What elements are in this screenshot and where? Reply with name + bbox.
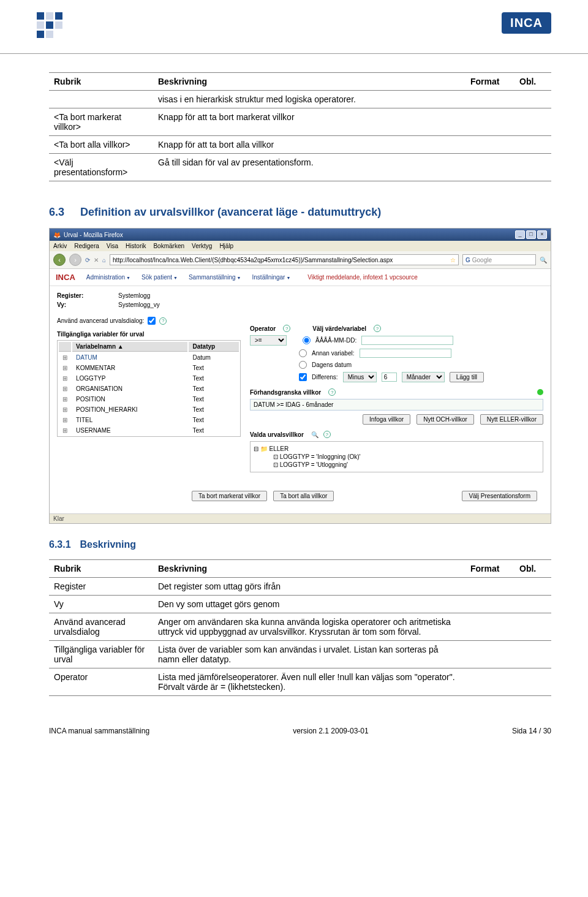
home-icon[interactable]: ⌂	[102, 257, 106, 263]
ta-bort-alla-button[interactable]: Ta bort alla villkor	[273, 491, 334, 501]
table-row[interactable]: ⊞POSITIONText	[59, 395, 239, 404]
row-rubrik: Tillgängliga variabler för urval	[49, 641, 153, 668]
variable-input[interactable]	[360, 349, 451, 358]
menu-visa[interactable]: Visa	[107, 243, 118, 249]
notice-text: Viktigt meddelande, infotext 1 vpcsource	[307, 274, 417, 281]
help-icon[interactable]: ?	[374, 325, 381, 332]
vy-label: Vy:	[57, 301, 112, 308]
opt-var-label: Annan variabel:	[312, 350, 355, 357]
back-button[interactable]: ‹	[53, 254, 66, 266]
menu-verktyg[interactable]: Verktyg	[192, 243, 212, 249]
diff-unit-select[interactable]: Månader	[402, 372, 445, 382]
header-decoration	[37, 12, 72, 47]
maximize-button[interactable]: □	[526, 230, 536, 239]
differens-checkbox[interactable]	[299, 373, 307, 381]
vy-value: Systemlogg_vy	[118, 301, 160, 308]
inca-app-logo: INCA	[56, 273, 75, 282]
footer-center: version 2.1 2009-03-01	[293, 727, 368, 735]
row-besk: Den vy som uttaget görs genom	[153, 596, 466, 613]
nytt-och-villkor-button[interactable]: Nytt OCH-villkor	[417, 414, 474, 425]
table-row[interactable]: ⊞USERNAMEText	[59, 426, 239, 435]
th-format: Format	[466, 73, 514, 91]
infoga-villkor-button[interactable]: Infoga villkor	[363, 414, 410, 425]
table-row[interactable]: ⊞ORGANISATIONText	[59, 384, 239, 393]
th-rubrik: Rubrik	[49, 560, 153, 578]
statusbar: Klar	[50, 513, 551, 523]
row-rubrik: Använd avancerad urvalsdialog	[49, 613, 153, 641]
table-6-3-1-description: Rubrik Beskrivning Format Obl. Register …	[49, 559, 551, 696]
menu-bokmarken[interactable]: Bokmärken	[153, 243, 184, 249]
forward-button[interactable]: ›	[69, 254, 81, 266]
inca-logo: INCA	[502, 12, 551, 34]
preview-title: Förhandsgranska villkor	[250, 389, 321, 396]
table-row[interactable]: ⊞DATUMDatum	[59, 353, 239, 362]
table-6-2-description: Rubrik Beskrivning Format Obl. visas i e…	[49, 72, 551, 181]
browser-navbar: ‹ › ⟳ ✕ ⌂ http://localhost/Inca/Inca.Web…	[50, 251, 551, 269]
diff-sign-select[interactable]: Minus	[343, 372, 377, 382]
firefox-icon: 🦊	[53, 232, 61, 238]
th-varname[interactable]: Variabelnamn ▲	[72, 342, 187, 352]
opt-today-label: Dagens datum	[312, 361, 352, 368]
th-format: Format	[466, 560, 514, 578]
table-row[interactable]: ⊞KOMMENTARText	[59, 363, 239, 373]
menu-historik[interactable]: Historik	[126, 243, 146, 249]
menu-sok-patient[interactable]: Sök patient	[141, 274, 178, 281]
help-icon[interactable]: ?	[328, 388, 336, 396]
register-value: Systemlogg	[118, 292, 150, 299]
register-label: Register:	[57, 292, 112, 299]
search-icon[interactable]: 🔍	[540, 257, 547, 263]
row-besk: Det register som uttag görs ifrån	[153, 578, 466, 596]
row-rubrik: <Välj presentationsform>	[49, 154, 153, 181]
radio-date[interactable]	[303, 336, 311, 344]
lagg-till-button[interactable]: Lägg till	[450, 372, 484, 382]
section-6-3: 6.3 Definition av urvalsvillkor (avancer…	[49, 206, 551, 219]
tree-root[interactable]: ⊟ 📁 ELLER	[254, 445, 540, 453]
folder-icon: 📁	[260, 445, 268, 452]
ta-bort-markerat-button[interactable]: Ta bort markerat villkor	[192, 491, 267, 501]
operator-select[interactable]: >=	[250, 335, 287, 346]
stop-icon[interactable]: ✕	[94, 257, 99, 263]
search-icon[interactable]: 🔍	[311, 431, 318, 438]
menu-administration[interactable]: Administration	[86, 274, 130, 281]
menu-arkiv[interactable]: Arkiv	[53, 243, 67, 249]
diff-n-input[interactable]	[382, 373, 397, 382]
table-row[interactable]: ⊞LOGGTYPText	[59, 374, 239, 383]
close-button[interactable]: ×	[537, 230, 547, 239]
th-obl: Obl.	[514, 560, 551, 578]
google-icon: G	[466, 257, 470, 263]
minimize-button[interactable]: _	[515, 230, 525, 239]
row-rubrik: Register	[49, 578, 153, 596]
radio-annan-variabel[interactable]	[299, 349, 307, 357]
th-datatype[interactable]: Datatyp	[189, 342, 239, 352]
url-bar[interactable]: http://localhost/Inca/Inca.Web.Client/(S…	[110, 254, 459, 265]
preview-box: DATUM >= IDAG - 6månader	[250, 399, 543, 411]
content-area: Register: Systemlogg Vy: Systemlogg_vy A…	[50, 286, 551, 513]
row-besk: Lista över de variabler som kan användas…	[153, 641, 466, 668]
vars-panel-title: Tillgängliga variabler för urval	[57, 331, 241, 338]
help-icon[interactable]: ?	[323, 431, 331, 438]
row-besk: Anger om användaren ska kunna använda lo…	[153, 613, 466, 641]
reload-icon[interactable]: ⟳	[85, 257, 90, 263]
table-row[interactable]: ⊞POSITION_HIERARKIText	[59, 405, 239, 414]
valj-presentationsform-button[interactable]: Välj Presentationsform	[462, 491, 537, 501]
menu-sammanstallning[interactable]: Sammanställning	[189, 274, 241, 281]
menu-redigera[interactable]: Redigera	[74, 243, 99, 249]
menu-hjalp[interactable]: Hjälp	[219, 243, 233, 249]
tree-item[interactable]: ⊡ LOGGTYP = 'Utloggning'	[254, 461, 540, 469]
row-rubrik: <Ta bort markerat villkor>	[49, 108, 153, 136]
tree-item[interactable]: ⊡ LOGGTYP = 'Inloggning (Ok)'	[254, 453, 540, 461]
search-box[interactable]: G Google	[462, 254, 536, 265]
date-input[interactable]	[361, 336, 453, 345]
help-icon[interactable]: ?	[159, 317, 167, 325]
status-dot-icon	[537, 389, 543, 395]
row-besk: Lista med jämförelseoperatorer. Även nul…	[153, 668, 466, 696]
menu-installningar[interactable]: Inställningar	[252, 274, 291, 281]
nytt-eller-villkor-button[interactable]: Nytt ELLER-villkor	[480, 414, 543, 425]
radio-dagens-datum[interactable]	[299, 361, 307, 369]
table-row[interactable]: ⊞TITELText	[59, 415, 239, 425]
help-icon[interactable]: ?	[283, 325, 290, 332]
row-rubrik: <Ta bort alla villkor>	[49, 136, 153, 154]
valj-varde-label: Välj värde/variabel	[312, 325, 366, 332]
collapse-icon[interactable]: ⊟	[254, 445, 258, 452]
advanced-dialog-checkbox[interactable]	[148, 317, 156, 325]
